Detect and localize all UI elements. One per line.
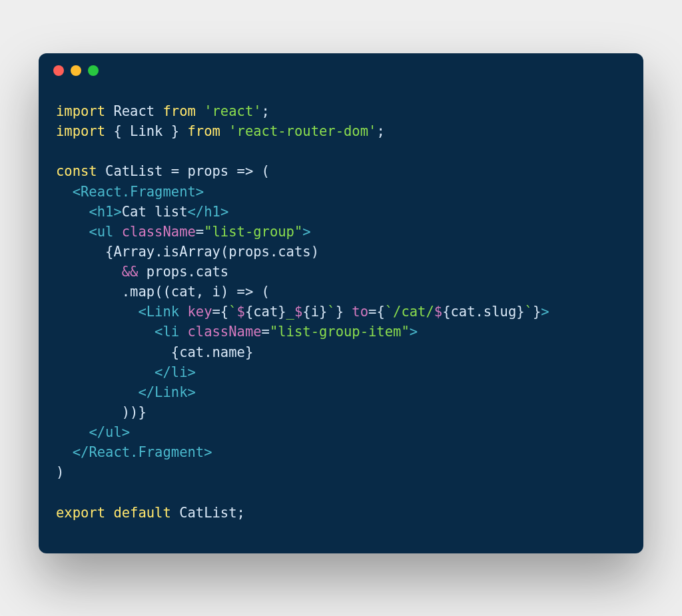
punct-rparen: ) (220, 284, 228, 300)
punct-dot: . (122, 284, 130, 300)
tag-close: > (220, 204, 228, 220)
tag-open: < (89, 204, 97, 220)
punct-rbrace: } (163, 123, 179, 139)
tag-open: < (138, 304, 146, 320)
punct-semi: ; (262, 103, 270, 119)
tag-h1-close: h1 (204, 204, 220, 220)
tag-ul-close: ul (105, 424, 122, 440)
tag-close: > (187, 364, 195, 380)
tag-open: </ (138, 384, 155, 400)
ident-link: Link (130, 123, 163, 139)
attr-classname: className (187, 324, 261, 340)
tpl-backtick: ` (327, 304, 335, 320)
tpl-close: } (278, 304, 286, 320)
tpl-close: } (516, 304, 524, 320)
ident-cat: cat (179, 344, 204, 360)
punct-lbrace: { (171, 344, 179, 360)
punct-eq: = (196, 224, 204, 240)
tag-close: > (196, 184, 204, 200)
ident-cat: cat (450, 304, 475, 320)
tag-open: </ (155, 364, 171, 380)
punct-eq: = (262, 324, 270, 340)
punct-rbrace: } (533, 304, 541, 320)
tag-react-fragment-close: React.Fragment (89, 444, 204, 460)
tpl-backtick: ` (228, 304, 236, 320)
ident-catlist: CatList (105, 163, 163, 179)
attr-key: key (187, 304, 212, 320)
tag-close: > (410, 324, 418, 340)
punct-lbrace: { (105, 244, 113, 260)
window-zoom-icon[interactable] (88, 65, 99, 76)
keyword-from: from (188, 123, 220, 139)
tag-li: li (163, 324, 179, 340)
tpl-open: { (442, 304, 450, 320)
tag-close: > (204, 444, 212, 460)
punct-dot: . (270, 244, 278, 260)
ident-slug: slug (484, 304, 516, 320)
ident-catlist: CatList (179, 505, 236, 521)
window-minimize-icon[interactable] (71, 65, 81, 76)
punct-lbrace: { (220, 304, 228, 320)
string-list-group-item: "list-group-item" (270, 324, 410, 340)
tpl-path: /cat/ (393, 304, 434, 320)
punct-semi: ; (376, 123, 384, 139)
attr-to: to (352, 304, 368, 320)
tag-open: < (155, 324, 163, 340)
text-cat-list: Cat list (122, 204, 188, 220)
ident-cat: cat (171, 284, 196, 300)
tpl-close: } (319, 304, 327, 320)
ident-i: i (212, 284, 220, 300)
ident-array: Array (113, 244, 155, 260)
tag-open: < (73, 184, 81, 200)
punct-lparen: (( (155, 284, 171, 300)
stage: import React from 'react'; import { Link… (0, 0, 682, 616)
ident-props: props (147, 264, 188, 280)
ident-i: i (311, 304, 319, 320)
punct-dot: . (155, 244, 163, 260)
window-titlebar (39, 53, 643, 88)
tag-open: </ (188, 204, 204, 220)
tag-ul: ul (97, 224, 114, 240)
tag-react-fragment: React.Fragment (81, 184, 196, 200)
attr-classname: className (122, 224, 196, 240)
tpl-dollar: $ (434, 304, 442, 320)
punct-eq: = (368, 304, 376, 320)
tag-open: </ (73, 444, 89, 460)
ident-isarray: isArray (163, 244, 220, 260)
ident-name: name (212, 344, 245, 360)
tpl-dollar: $ (237, 304, 245, 320)
tpl-open: { (302, 304, 310, 320)
arrow: => ( (228, 163, 270, 179)
punct-closing: ))} (122, 404, 147, 420)
space (344, 304, 352, 320)
punct-rbrace: } (336, 304, 344, 320)
punct-lparen: ( (220, 244, 228, 260)
string-list-group: "list-group" (204, 224, 302, 240)
punct-rparen: ) (311, 244, 319, 260)
window-close-icon[interactable] (53, 65, 64, 76)
arrow: => ( (228, 284, 270, 300)
tpl-underscore: _ (286, 304, 294, 320)
space (179, 304, 187, 320)
tag-h1: h1 (97, 204, 114, 220)
keyword-import: import (56, 123, 105, 139)
keyword-default: default (113, 505, 170, 521)
keyword-import: import (56, 103, 105, 119)
punct-dot: . (476, 304, 484, 320)
punct-close-paren: ) (56, 464, 64, 480)
op-andand: && (122, 264, 139, 280)
keyword-from: from (163, 103, 195, 119)
punct-comma: , (196, 284, 212, 300)
code-card: import React from 'react'; import { Link… (39, 53, 643, 553)
tag-li-close: li (171, 364, 188, 380)
tpl-backtick: ` (385, 304, 393, 320)
tag-close: > (187, 384, 195, 400)
keyword-export: export (56, 505, 105, 521)
ident-map: map (130, 284, 155, 300)
tag-close: > (302, 224, 310, 240)
punct-rbrace: } (245, 344, 253, 360)
punct-eq: = (212, 304, 220, 320)
ident-react: React (113, 103, 155, 119)
tpl-open: { (245, 304, 253, 320)
ident-cats: cats (278, 244, 310, 260)
